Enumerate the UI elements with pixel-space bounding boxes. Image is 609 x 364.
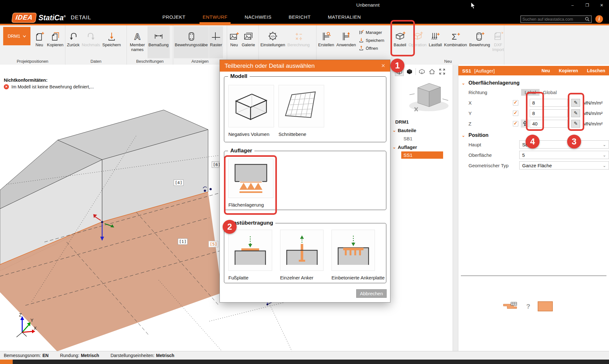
tile-einbetonierte-ankerplatte[interactable]: Einbetonierte Ankerplatte <box>331 230 385 280</box>
ribbon-button-lastfall[interactable]: Lastfall <box>428 26 443 58</box>
tab-materialien[interactable]: MATERIALIEN <box>326 10 362 24</box>
section-oberflaechenlagerung[interactable]: ⌄ Oberflächenlagerung <box>461 80 609 86</box>
axes-cross-icon <box>211 27 221 42</box>
home-view-icon[interactable] <box>428 67 436 76</box>
spring-support-icon[interactable] <box>521 119 529 128</box>
new-file-icon <box>34 27 45 42</box>
tree-group-auflager[interactable]: ⌄ Auflager <box>391 143 453 151</box>
support-stack: Manager Speichern Öffnen <box>358 26 384 58</box>
fit-view-icon[interactable] <box>438 67 446 76</box>
lokal-option[interactable]: Lokal <box>521 89 540 96</box>
ribbon-button-einstellungen[interactable]: </> Einstellungen <box>259 26 286 58</box>
project-selector-button[interactable]: DRM1 <box>3 27 30 45</box>
tree-root-drm1[interactable]: DRM1 <box>391 118 453 126</box>
loeschen-action[interactable]: Löschen <box>587 68 605 73</box>
ribbon-group-lager: Erstellen Anwenden Manager Speichern Öff… <box>317 25 392 65</box>
ribbon-button-manager[interactable]: Manager <box>358 29 384 35</box>
nonconformity-row: ✕ Im Modell ist keine Bewehrung definier… <box>4 84 94 89</box>
ribbon-button-raster[interactable]: Raster <box>209 26 223 58</box>
x-stiffness-input[interactable] <box>530 99 568 107</box>
ribbon-button-oeffnen[interactable]: Öffnen <box>358 45 384 51</box>
oberflaeche-dropdown[interactable]: 5⌄ <box>519 151 609 159</box>
tile-flaechenlagerung[interactable]: Flächenlagerung <box>228 159 273 208</box>
idea-logo: IDEA <box>11 13 37 23</box>
y-checkbox[interactable]: ✓ <box>513 111 518 116</box>
svg-text:Y: Y <box>30 318 34 323</box>
ribbon-button-bewehrung[interactable]: Bewehrung <box>468 26 491 58</box>
close-icon[interactable]: ✕ <box>381 63 385 69</box>
tab-projekt[interactable]: PROJEKT <box>161 10 187 24</box>
tile-negatives-volumen[interactable]: Negatives Volumen <box>228 85 274 137</box>
ribbon-button-zurueck[interactable]: Zurück <box>66 26 81 58</box>
panel-divider <box>461 276 606 276</box>
ribbon-button-bemassung[interactable]: Bemaßung <box>147 26 170 58</box>
sigma-icon: Σ <box>450 27 461 42</box>
maximize-button[interactable]: ❐ <box>580 0 594 10</box>
undo-icon <box>68 27 79 42</box>
z-stiffness-input[interactable] <box>530 120 568 128</box>
geo-typ-dropdown[interactable]: Ganze Fläche⌄ <box>519 161 609 169</box>
view-cube[interactable] <box>405 77 453 114</box>
tile-fussplatte[interactable]: Fußplatte <box>228 230 272 280</box>
properties-panel: SS1 [Auflager] Neu Kopieren Löschen ⌄ Ob… <box>458 65 609 351</box>
cancel-button[interactable]: Abbrechen <box>356 289 387 298</box>
ribbon-button-neu-projekt[interactable]: Neu <box>33 26 46 58</box>
ribbon-button-member-names[interactable]: A Member names <box>128 26 147 58</box>
error-icon: ✕ <box>4 84 9 89</box>
ribbon-group-neu: Bauteil Operation Lastfall Σ Kombination… <box>392 25 504 65</box>
edit-pencil-icon[interactable]: ✎ <box>571 99 580 107</box>
calc-icon <box>293 27 304 42</box>
ribbon-button-kopieren[interactable]: Kopieren <box>46 26 64 58</box>
ribbon-button-anwenden[interactable]: Anwenden <box>336 26 357 58</box>
richtung-row: Richtung Lokal Global <box>468 88 609 96</box>
ribbon-button-bauteil[interactable]: Bauteil <box>393 26 407 58</box>
neu-action[interactable]: Neu <box>541 68 550 73</box>
search-icon[interactable] <box>585 17 590 22</box>
chevron-down-icon[interactable]: ⌄ <box>391 145 398 150</box>
window-controls: – ❐ ✕ <box>565 0 609 10</box>
tree-item-sb1[interactable]: SB1 <box>391 135 453 143</box>
chevron-down-icon: ⌄ <box>461 133 466 138</box>
dimension-icon <box>153 27 164 42</box>
ribbon-button-speichern-lager[interactable]: Speichern <box>358 37 384 43</box>
ribbon-group-anzeigen: Bewehrungsstäbe Raster Anzeigen <box>173 25 227 65</box>
operation-box-icon <box>412 27 423 42</box>
tree-group-bauteile[interactable]: ⌄ Bauteile <box>391 126 453 135</box>
solid-view-icon[interactable] <box>405 67 414 76</box>
ribbon-button-speichern[interactable]: Speichern <box>102 26 122 58</box>
ribbon-button-kombination[interactable]: Σ Kombination <box>443 26 468 58</box>
tree-item-ss1[interactable]: SS1 <box>401 151 443 159</box>
ribbon: DRM1 Neu Kopieren Projektpositionen Zurü… <box>0 25 609 65</box>
svg-text:A: A <box>134 32 141 42</box>
ribbon-button-erstellen[interactable]: Erstellen <box>317 26 335 58</box>
info-button[interactable]: i <box>595 15 603 23</box>
search-input[interactable] <box>522 17 585 22</box>
kopieren-action[interactable]: Kopieren <box>559 68 578 73</box>
ribbon-button-galerie[interactable]: Galerie <box>241 26 256 58</box>
minimize-button[interactable]: – <box>565 0 580 10</box>
tab-nachweis[interactable]: NACHWEIS <box>243 10 273 24</box>
tile-schnittebene[interactable]: Schnittebene <box>278 85 324 137</box>
edit-pencil-icon[interactable]: ✎ <box>571 120 580 128</box>
z-checkbox[interactable]: ✓ <box>513 121 518 126</box>
global-option[interactable]: Global <box>540 89 560 96</box>
new-image-icon <box>229 27 239 42</box>
tile-einzelner-anker[interactable]: Einzelner Anker <box>280 230 324 280</box>
auflager-section: Auflager Flächenlagerung <box>224 151 386 210</box>
ribbon-button-neu-bild[interactable]: Neu <box>228 26 240 58</box>
search-box <box>521 16 592 23</box>
selected-object-type: [Auflager] <box>474 68 494 73</box>
tab-bericht[interactable]: BERICHT <box>287 10 312 24</box>
save-small-icon <box>358 37 364 43</box>
tab-entwurf[interactable]: ENTWURF <box>201 10 229 24</box>
close-button[interactable]: ✕ <box>594 0 609 10</box>
x-checkbox[interactable]: ✓ <box>513 100 518 105</box>
y-stiffness-input[interactable] <box>530 109 568 117</box>
ribbon-button-bewehrungsstaebe[interactable]: Bewehrungsstäbe <box>174 26 209 58</box>
chevron-down-icon[interactable]: ⌄ <box>391 128 398 133</box>
section-view-icon[interactable] <box>418 67 426 76</box>
lastuebertragung-section: Lastübertragung Fußplatte Einzelner Anke… <box>224 223 386 283</box>
select-detail-dialog: Teilbereich oder Detail auswählen ✕ Mode… <box>219 60 390 303</box>
panel-splitter[interactable] <box>453 65 458 351</box>
edit-pencil-icon[interactable]: ✎ <box>571 109 580 117</box>
